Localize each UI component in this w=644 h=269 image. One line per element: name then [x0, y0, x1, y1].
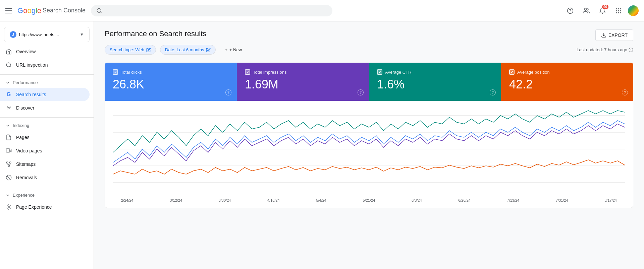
position-label: Average position — [517, 70, 550, 75]
info-icon — [629, 48, 633, 52]
page-title: Performance on Search results — [105, 29, 633, 38]
url-inspect-input[interactable] — [105, 8, 327, 13]
nav-divider — [0, 187, 94, 187]
svg-rect-6 — [620, 8, 621, 9]
x-label: 8/17/24 — [604, 198, 617, 202]
x-label: 2/24/24 — [121, 198, 133, 202]
search-type-filter[interactable]: Search type: Web — [105, 45, 156, 55]
position-value: 42.2 — [509, 77, 625, 91]
svg-rect-12 — [620, 12, 621, 13]
last-updated: Last updated: 7 hours ago — [577, 47, 633, 52]
impressions-checkbox[interactable] — [245, 69, 250, 75]
topbar: Google Search Console 90 — [0, 0, 644, 21]
section-label: Experience — [13, 193, 35, 198]
home-icon — [5, 48, 12, 55]
svg-point-20 — [8, 206, 10, 208]
svg-rect-8 — [618, 10, 619, 11]
help-button[interactable] — [564, 4, 577, 17]
svg-rect-10 — [616, 12, 617, 13]
svg-rect-4 — [616, 8, 617, 9]
sidebar-item-sitemaps[interactable]: Sitemaps — [0, 157, 90, 171]
logo-area: Google Search Console — [17, 6, 86, 15]
sidebar-section-experience[interactable]: Experience — [0, 190, 94, 200]
metric-card-impressions[interactable]: Total impressions 1.69M ? — [237, 63, 369, 101]
svg-rect-16 — [6, 162, 8, 163]
nav-divider — [0, 74, 94, 75]
edit-icon — [206, 48, 211, 52]
profile-avatar[interactable] — [628, 5, 639, 16]
apps-button[interactable] — [612, 4, 625, 17]
sidebar-item-label: Video pages — [16, 148, 42, 153]
section-label: Performance — [13, 80, 38, 85]
google-logo: Google — [17, 6, 41, 15]
metric-card-clicks[interactable]: Total clicks 26.8K ? — [105, 63, 237, 101]
sidebar-item-label: URL inspection — [16, 62, 48, 68]
search-icon — [5, 62, 12, 68]
menu-icon[interactable] — [5, 8, 12, 13]
x-label: 4/16/24 — [267, 198, 280, 202]
impressions-help[interactable]: ? — [358, 89, 364, 95]
sidebar-item-removals[interactable]: Removals — [0, 171, 90, 184]
site-selector[interactable]: J https://www.janets.... ▼ — [4, 27, 90, 42]
sidebar-item-video-pages[interactable]: Video pages — [0, 144, 90, 157]
chart-container: 2/24/24 3/12/24 3/30/24 4/16/24 5/4/24 5… — [105, 101, 633, 208]
add-filter-button[interactable]: + + New — [220, 45, 247, 55]
ctr-help[interactable]: ? — [490, 89, 496, 95]
admin-icon — [583, 7, 590, 14]
metric-card-position[interactable]: Average position 42.2 ? — [501, 63, 633, 101]
metric-header: Average position — [509, 69, 625, 75]
topbar-actions: 90 — [564, 4, 639, 17]
clicks-help[interactable]: ? — [225, 89, 231, 95]
removals-icon — [5, 174, 12, 181]
sidebar-item-page-experience[interactable]: Page Experience — [0, 200, 90, 214]
chevron-down-icon — [5, 193, 10, 198]
metric-card-ctr[interactable]: Average CTR 1.6% ? — [369, 63, 501, 101]
metric-header: Average CTR — [377, 69, 493, 75]
layout: J https://www.janets.... ▼ Overview URL … — [0, 21, 644, 269]
sidebar-item-label: Overview — [16, 49, 36, 54]
ctr-value: 1.6% — [377, 77, 493, 91]
ctr-label: Average CTR — [385, 70, 412, 75]
experience-icon — [5, 204, 12, 210]
app-name: Search Console — [43, 7, 86, 14]
sidebar-item-label: Discover — [16, 105, 34, 111]
date-label: Date: Last 6 months — [165, 47, 204, 52]
sidebar-section-performance[interactable]: Performance — [0, 77, 94, 88]
sidebar-item-label: Search results — [16, 92, 46, 97]
svg-rect-9 — [620, 10, 621, 11]
sidebar-item-pages[interactable]: Pages — [0, 131, 90, 144]
svg-rect-11 — [618, 12, 619, 13]
main-content: EXPORT Performance on Search results Sea… — [94, 21, 644, 269]
position-help[interactable]: ? — [622, 89, 628, 95]
download-icon — [601, 32, 606, 38]
sidebar-section-indexing[interactable]: Indexing — [0, 120, 94, 131]
sidebar-item-overview[interactable]: Overview — [0, 45, 90, 58]
sidebar: J https://www.janets.... ▼ Overview URL … — [0, 21, 94, 269]
chevron-down-icon — [5, 123, 10, 128]
export-button[interactable]: EXPORT — [595, 29, 633, 41]
video-icon — [5, 147, 12, 154]
x-label: 5/4/24 — [316, 198, 326, 202]
admin-button[interactable] — [580, 4, 593, 17]
svg-point-3 — [584, 8, 587, 10]
new-filter-label: + New — [229, 47, 242, 52]
sidebar-item-search-results[interactable]: G Search results — [0, 88, 90, 101]
svg-rect-18 — [8, 165, 10, 166]
position-checkbox[interactable] — [509, 69, 515, 75]
x-label: 6/26/24 — [458, 198, 471, 202]
sidebar-item-url-inspection[interactable]: URL inspection — [0, 58, 90, 72]
metric-cards: Total clicks 26.8K ? Total impressions 1… — [105, 63, 633, 101]
sidebar-item-label: Sitemaps — [16, 161, 36, 167]
notifications-button[interactable]: 90 — [596, 4, 609, 17]
clicks-checkbox[interactable] — [113, 69, 118, 75]
date-filter[interactable]: Date: Last 6 months — [160, 45, 216, 55]
last-updated-text: Last updated: 7 hours ago — [577, 47, 627, 52]
sidebar-item-discover[interactable]: ✳ Discover — [0, 101, 90, 115]
page-icon — [5, 134, 12, 141]
apps-icon — [615, 7, 622, 14]
url-inspect-bar[interactable] — [91, 5, 332, 16]
chevron-down-icon — [5, 80, 10, 85]
ctr-checkbox[interactable] — [377, 69, 382, 75]
notification-badge: 90 — [602, 5, 608, 9]
svg-rect-17 — [9, 162, 11, 163]
